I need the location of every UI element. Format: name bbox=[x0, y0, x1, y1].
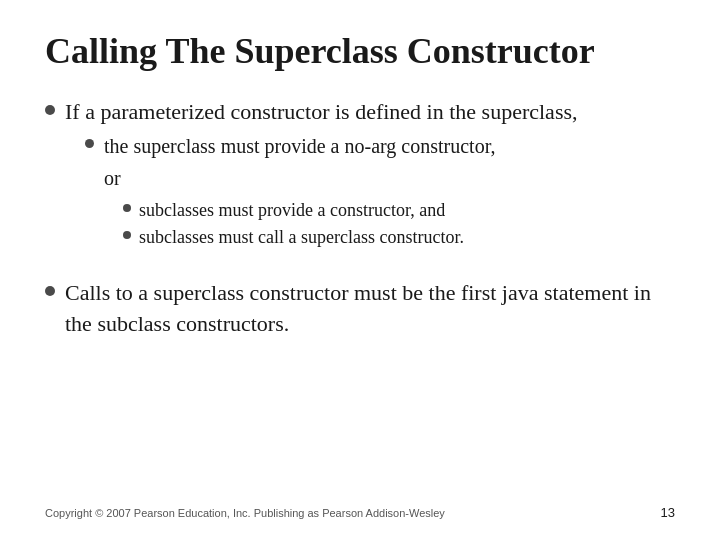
bullet-dot-2 bbox=[45, 286, 55, 296]
footer-copyright: Copyright © 2007 Pearson Education, Inc.… bbox=[45, 507, 445, 519]
sub-sub-bullet-2: subclasses must call a superclass constr… bbox=[123, 225, 578, 250]
bullet-2: Calls to a superclass constructor must b… bbox=[45, 278, 675, 340]
content-area: If a parameterized constructor is define… bbox=[45, 97, 675, 495]
sub-sub-bullet-2-text: subclasses must call a superclass constr… bbox=[139, 225, 464, 250]
sub-bullet-dot-1-1 bbox=[85, 139, 94, 148]
sub-sub-bullet-1-text: subclasses must provide a constructor, a… bbox=[139, 198, 445, 223]
bullet-2-text: Calls to a superclass constructor must b… bbox=[65, 278, 675, 340]
bullet-1-text: If a parameterized constructor is define… bbox=[65, 99, 578, 124]
sub-bullet-1-1-text: the superclass must provide a no-arg con… bbox=[104, 132, 496, 160]
sub-sub-bullet-dot-1 bbox=[123, 204, 131, 212]
sub-sub-bullet-dot-2 bbox=[123, 231, 131, 239]
or-text: or bbox=[104, 164, 578, 192]
footer-page-number: 13 bbox=[661, 505, 675, 520]
slide: Calling The Superclass Constructor If a … bbox=[0, 0, 720, 540]
sub-sub-bullets: subclasses must provide a constructor, a… bbox=[123, 198, 578, 250]
sub-bullets-1: the superclass must provide a no-arg con… bbox=[85, 132, 578, 250]
footer: Copyright © 2007 Pearson Education, Inc.… bbox=[45, 495, 675, 520]
sub-sub-bullet-1: subclasses must provide a constructor, a… bbox=[123, 198, 578, 223]
sub-bullet-1-1: the superclass must provide a no-arg con… bbox=[85, 132, 578, 160]
slide-title: Calling The Superclass Constructor bbox=[45, 30, 675, 73]
bullet-1: If a parameterized constructor is define… bbox=[45, 97, 675, 250]
bullet-1-container: If a parameterized constructor is define… bbox=[65, 97, 578, 250]
bullet-dot-1 bbox=[45, 105, 55, 115]
